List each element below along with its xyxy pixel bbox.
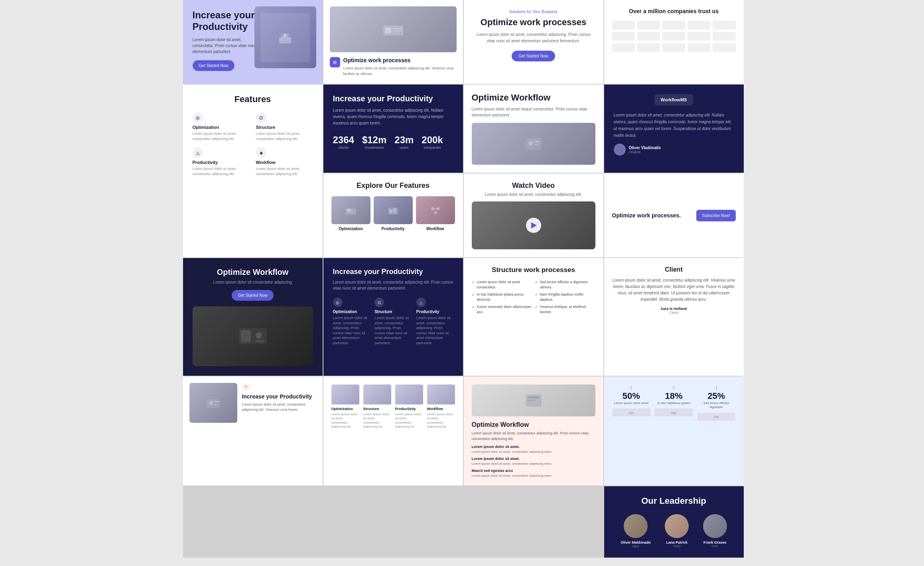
optimize-center-desc: Lorem ipsum dolor sit amet, consectetur … (473, 32, 594, 44)
wp-text-3: Lorem ipsum dolor sit amet, consectetur … (472, 474, 595, 477)
leader-title-2: COO (665, 544, 689, 548)
workflow-desc: Lorem ipsum dolor sit amet neque consect… (472, 106, 595, 118)
stat-companies: 200k companies (422, 134, 443, 150)
check-list: ✓ Lorem ipsum dolor sit amet consectetur… (472, 280, 595, 315)
stat-label-users: users (394, 146, 414, 150)
optimize-center-card: Solutions for Your Business Optimize wor… (464, 0, 603, 84)
if-item-str: ⊡ Structure Lorem ipsum dolor sit amet, … (374, 298, 412, 346)
workflow-card: Optimize Workflow Lorem ipsum dolor sit … (464, 85, 603, 173)
testimonials-title: Client (612, 266, 736, 273)
author-avatar (614, 144, 626, 156)
watch-title: Watch Video (472, 181, 595, 190)
increase-small-image (189, 383, 237, 423)
logo-item (637, 32, 660, 41)
feature-title-structure: Structure (256, 125, 313, 130)
logo-item (713, 21, 735, 30)
if-item-opt: ◎ Optimization Lorem ipsum dolor sit ame… (333, 298, 370, 346)
leader-title-1: CEO (621, 544, 651, 548)
leader-avatar-2 (665, 514, 689, 538)
leader-3: Frank Graves CTO (703, 514, 727, 548)
svg-rect-23 (255, 340, 265, 342)
testimonials-author-title: Client (612, 311, 736, 315)
stat-num-companies: 200k (422, 134, 443, 146)
check-mark: ✓ (535, 280, 538, 285)
stat-logo-1: logo (612, 408, 651, 416)
optimize-dark-cta[interactable]: Get Started Now (232, 290, 274, 301)
bf-grid: Optimization Lorem ipsum dolor sit amet,… (331, 385, 455, 429)
watch-desc: Lorem ipsum dolor sit amet, consectetur … (472, 192, 595, 197)
bf-img-str (363, 385, 391, 404)
optimize-center-title: Optimize work processes (473, 17, 594, 28)
hero-cta-button[interactable]: Get Started Now (193, 60, 235, 71)
leadership-card: Our Leadership Oliver Maldonado CEO Lana… (604, 486, 744, 558)
optimize-dark-desc: Lorem ipsum dolor sit consectetur adipis… (193, 280, 313, 284)
explore-item-productivity: Productivity (374, 196, 413, 231)
hero-description: Lorem ipsum dolor sit amet, consectetur.… (193, 37, 259, 55)
bf-item-prod: Productivity Lorem ipsum dolor sit amet,… (395, 385, 423, 429)
trust-card: Over a million companies trust us (604, 0, 744, 84)
if-title-str: Structure (374, 310, 412, 314)
subscribe-text: Optimize work processes. (612, 212, 692, 219)
feature-icon-optimization: ◎ (193, 112, 203, 123)
optimize-center-cta[interactable]: Get Started Now (512, 51, 556, 61)
feature-item-productivity: △ Productivity Lorem ipsum dolor sit ame… (193, 148, 250, 176)
testimonials-author: Sara te Holland (612, 307, 736, 311)
video-thumbnail[interactable] (472, 201, 595, 249)
if-item-prod: △ Productivity Lorem ipsum dolor sit ame… (416, 298, 453, 346)
bf-desc-str: Lorem ipsum dolor sit amet, consectetur … (363, 412, 391, 429)
increase-features-desc: Lorem ipsum dolor sit amet, consectetur … (333, 279, 453, 291)
subscribe-button[interactable]: Subscribe Now! (696, 210, 735, 221)
bottom-features-card: Optimization Lorem ipsum dolor sit amet,… (323, 377, 463, 485)
explore-img-wf (416, 196, 455, 224)
logo-item (688, 21, 710, 30)
increase-small-desc: Lorem ipsum dolor sit amet, consectetur … (242, 402, 316, 412)
optimize-dark-image (193, 306, 313, 366)
watch-card: Watch Video Lorem ipsum dolor sit amet, … (464, 174, 603, 257)
optimize-top-image (330, 6, 457, 52)
wp-title: Optimize Workflow (472, 421, 595, 428)
leadership-title: Our Leadership (614, 496, 734, 506)
feature-desc-optimization: Lorem ipsum dolor sit amet, consectetur … (193, 131, 250, 141)
explore-title: Explore Our Features (331, 181, 455, 190)
svg-point-25 (209, 401, 213, 405)
check-mark: ✓ (535, 304, 538, 310)
structure-card: Structure work processes ✓ Lorem ipsum d… (464, 258, 603, 376)
stat-arrow-3: ↑ (697, 385, 736, 391)
logo-item (612, 32, 635, 41)
workflow-pink-card: Optimize Workflow Lorem ipsum dolor sit … (464, 377, 603, 485)
structure-title: Structure work processes (472, 266, 595, 274)
testimonial-quote: Lorem ipsum dolor sit amet, consectetur … (614, 112, 734, 139)
stats-row: 2364 clients $12m investments 23m users … (333, 134, 453, 150)
wp-detail-3: Maecit sed egestas arcu (472, 469, 595, 473)
bf-img-prod (395, 385, 423, 404)
explore-item-workflow: Workflow (416, 196, 455, 231)
wp-image (472, 385, 595, 416)
leader-avatar-3 (703, 514, 727, 538)
testimonial-dark-card: WorkflowMS Lorem ipsum dolor sit amet, c… (604, 85, 744, 173)
svg-point-12 (347, 209, 351, 212)
testimonials-card: Client Lorem ipsum dolor sit amet, conse… (604, 258, 744, 376)
check-item-3: ✓ In hac habitasse platea purus dictumst… (472, 292, 532, 302)
feature-item-optimization: ◎ Optimization Lorem ipsum dolor sit ame… (193, 112, 250, 141)
increase-features-title: Increase your Productivity (333, 268, 453, 276)
svg-rect-14 (389, 209, 392, 213)
play-button[interactable] (526, 218, 541, 233)
leader-name-1: Oliver Maldonado (621, 540, 651, 544)
subscribe-card: Optimize work processes. Subscribe Now! (604, 174, 744, 257)
logo-item (662, 32, 685, 41)
if-grid: ◎ Optimization Lorem ipsum dolor sit ame… (333, 298, 453, 346)
feature-title-optimization: Optimization (193, 125, 250, 130)
if-desc-str: Lorem ipsum dolor sit amet, consectetur … (374, 316, 412, 346)
explore-label-wf: Workflow (416, 227, 455, 231)
if-icon-opt: ◎ (333, 298, 343, 307)
stat-item-3: ↑ 25% Sed lectus efficitur dignissim log… (697, 385, 736, 421)
workflow-image (472, 123, 595, 165)
svg-point-8 (528, 141, 533, 146)
bf-desc-opt: Lorem ipsum dolor sit amet, consectetur … (331, 412, 359, 429)
optimize-desc: Lorem ipsum dolor sit amet, consectetur … (343, 66, 457, 77)
svg-point-18 (434, 211, 437, 214)
logo-item (713, 43, 735, 52)
increase-small-card: ⏱ Increase your Productivity Lorem ipsum… (183, 377, 323, 485)
stat-num-clients: 2364 (333, 134, 354, 146)
svg-rect-21 (241, 330, 251, 342)
